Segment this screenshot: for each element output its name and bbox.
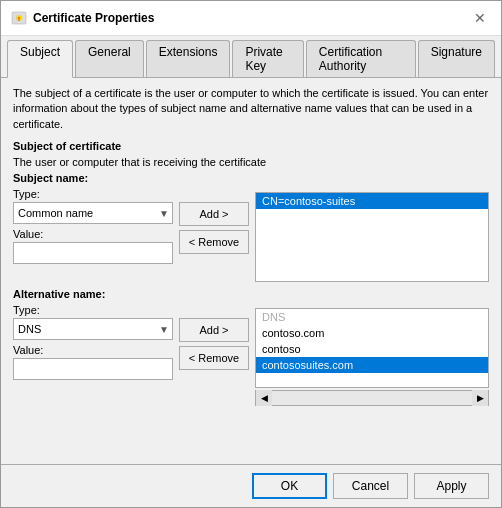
list-item[interactable]: CN=contoso-suites bbox=[256, 193, 488, 209]
alternative-name-label: Alternative name: bbox=[13, 288, 173, 300]
tab-certification-authority[interactable]: Certification Authority bbox=[306, 40, 416, 77]
apply-button[interactable]: Apply bbox=[414, 473, 489, 499]
alt-value-input[interactable] bbox=[13, 358, 173, 380]
title-bar: ! Certificate Properties ✕ bbox=[1, 1, 501, 36]
list-item[interactable]: contoso bbox=[256, 341, 488, 357]
list-item[interactable]: contoso.com bbox=[256, 325, 488, 341]
alternative-name-group: Alternative name: Type: DNS IP Email ▼ V… bbox=[13, 288, 173, 380]
ok-button[interactable]: OK bbox=[252, 473, 327, 499]
subject-type-select[interactable]: Common name Organization Country bbox=[13, 202, 173, 224]
subject-type-label: Type: bbox=[13, 188, 173, 200]
tabs-bar: Subject General Extensions Private Key C… bbox=[1, 36, 501, 78]
alt-add-button[interactable]: Add > bbox=[179, 318, 249, 342]
alt-value-label: Value: bbox=[13, 344, 173, 356]
alt-type-label: Type: bbox=[13, 304, 173, 316]
subject-name-label: Subject name: bbox=[13, 172, 173, 184]
alt-buttons: Add > < Remove bbox=[179, 318, 249, 374]
subject-add-button[interactable]: Add > bbox=[179, 202, 249, 226]
svg-text:!: ! bbox=[18, 16, 20, 22]
section-subtitle: The user or computer that is receiving t… bbox=[13, 156, 489, 168]
subject-list-area: CN=contoso-suites bbox=[255, 172, 489, 282]
tab-private-key[interactable]: Private Key bbox=[232, 40, 303, 77]
dialog-footer: OK Cancel Apply bbox=[1, 464, 501, 507]
scrollbar[interactable]: ◀ ▶ bbox=[255, 390, 489, 406]
tab-extensions[interactable]: Extensions bbox=[146, 40, 231, 77]
subject-list-box[interactable]: CN=contoso-suites bbox=[255, 192, 489, 282]
subject-value-input[interactable] bbox=[13, 242, 173, 264]
certificate-icon: ! bbox=[11, 10, 27, 26]
alt-list-header: DNS bbox=[256, 309, 488, 325]
alt-type-wrapper: DNS IP Email ▼ bbox=[13, 318, 173, 340]
info-paragraph: The subject of a certificate is the user… bbox=[13, 86, 489, 132]
alt-type-select[interactable]: DNS IP Email bbox=[13, 318, 173, 340]
subject-remove-button[interactable]: < Remove bbox=[179, 230, 249, 254]
main-content: The subject of a certificate is the user… bbox=[1, 78, 501, 464]
certificate-properties-dialog: ! Certificate Properties ✕ Subject Gener… bbox=[0, 0, 502, 508]
cancel-button[interactable]: Cancel bbox=[333, 473, 408, 499]
subject-buttons: Add > < Remove bbox=[179, 202, 249, 258]
dialog-title: Certificate Properties bbox=[33, 11, 154, 25]
alt-list-area: DNS contoso.com contoso contososuites.co… bbox=[255, 288, 489, 406]
scroll-left-button[interactable]: ◀ bbox=[256, 390, 272, 406]
subject-name-group: Subject name: Type: Common name Organiza… bbox=[13, 172, 173, 264]
subject-type-wrapper: Common name Organization Country ▼ bbox=[13, 202, 173, 224]
tab-general[interactable]: General bbox=[75, 40, 144, 77]
alt-remove-button[interactable]: < Remove bbox=[179, 346, 249, 370]
tab-subject[interactable]: Subject bbox=[7, 40, 73, 78]
subject-value-label: Value: bbox=[13, 228, 173, 240]
panels-row: Subject name: Type: Common name Organiza… bbox=[13, 172, 489, 456]
tab-signature[interactable]: Signature bbox=[418, 40, 495, 77]
title-bar-left: ! Certificate Properties bbox=[11, 10, 154, 26]
alt-list-box[interactable]: DNS contoso.com contoso contososuites.co… bbox=[255, 308, 489, 388]
section-title: Subject of certificate bbox=[13, 140, 489, 152]
list-item[interactable]: contososuites.com bbox=[256, 357, 488, 373]
scroll-track bbox=[272, 391, 472, 405]
scroll-right-button[interactable]: ▶ bbox=[472, 390, 488, 406]
close-button[interactable]: ✕ bbox=[469, 7, 491, 29]
